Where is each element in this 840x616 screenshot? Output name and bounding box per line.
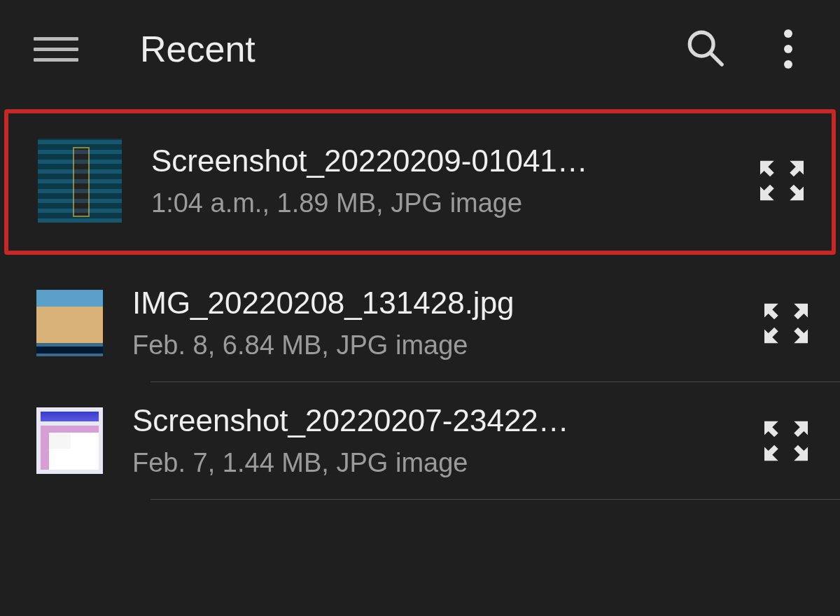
toolbar-actions: [685, 27, 806, 71]
list-item[interactable]: IMG_20220208_131428.jpg Feb. 8, 6.84 MB,…: [0, 255, 840, 382]
file-meta: Feb. 7, 1.44 MB, JPG image: [132, 448, 732, 478]
file-info: Screenshot_20220207-23422… Feb. 7, 1.44 …: [132, 403, 732, 478]
file-info: IMG_20220208_131428.jpg Feb. 8, 6.84 MB,…: [132, 286, 732, 360]
page-title: Recent: [112, 28, 651, 70]
list-item[interactable]: Screenshot_20220209-01041… 1:04 a.m., 1.…: [8, 113, 832, 251]
expand-icon[interactable]: [757, 156, 806, 205]
menu-icon[interactable]: [34, 27, 78, 71]
file-thumbnail: [36, 290, 103, 356]
divider: [150, 499, 840, 500]
file-list: Screenshot_20220209-01041… 1:04 a.m., 1.…: [0, 98, 840, 500]
list-item[interactable]: Screenshot_20220207-23422… Feb. 7, 1.44 …: [0, 382, 840, 499]
file-meta: Feb. 8, 6.84 MB, JPG image: [132, 330, 732, 360]
file-info: Screenshot_20220209-01041… 1:04 a.m., 1.…: [151, 144, 728, 218]
search-icon[interactable]: [685, 27, 725, 71]
toolbar: Recent: [0, 0, 840, 98]
file-name: Screenshot_20220209-01041…: [151, 144, 641, 178]
file-thumbnail: [36, 407, 103, 474]
file-name: IMG_20220208_131428.jpg: [132, 286, 622, 321]
selection-highlight: Screenshot_20220209-01041… 1:04 a.m., 1.…: [4, 109, 836, 255]
file-name: Screenshot_20220207-23422…: [132, 403, 622, 438]
file-thumbnail: [38, 139, 122, 223]
file-meta: 1:04 a.m., 1.89 MB, JPG image: [151, 188, 728, 218]
more-vert-icon[interactable]: [781, 29, 795, 69]
expand-icon[interactable]: [762, 299, 811, 348]
svg-line-1: [710, 53, 722, 64]
expand-icon[interactable]: [762, 416, 811, 465]
